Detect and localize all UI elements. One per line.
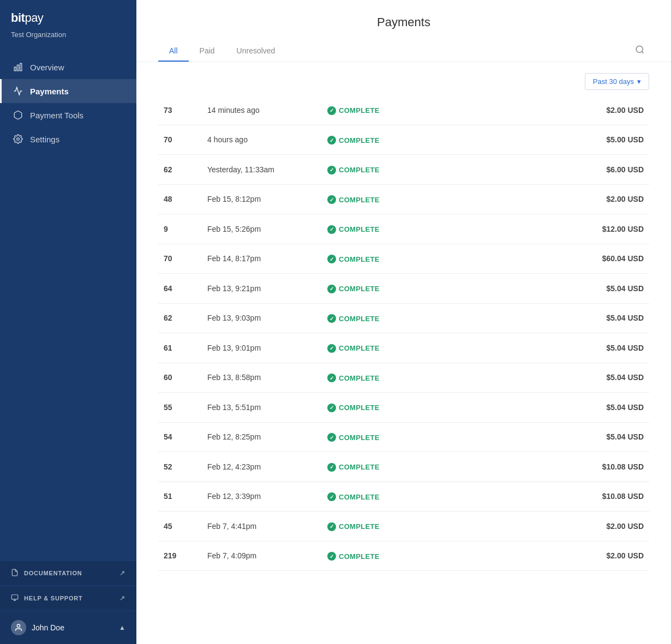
payment-time: 14 minutes ago [202, 95, 322, 125]
payment-time: 4 hours ago [202, 125, 322, 155]
table-row[interactable]: 45 Feb 7, 4:41pm ✓ COMPLETE $2.00 USD [158, 511, 649, 541]
svg-point-8 [636, 46, 643, 52]
payment-time: Feb 12, 4:23pm [202, 452, 322, 482]
status-label: COMPLETE [339, 136, 380, 145]
table-row[interactable]: 70 4 hours ago ✓ COMPLETE $5.00 USD [158, 125, 649, 155]
filter-bar: Past 30 days ▾ [158, 73, 649, 90]
complete-check-icon: ✓ [327, 552, 336, 561]
svg-rect-0 [14, 67, 16, 71]
sidebar: bitpay Test Organization Overview Paymen… [0, 0, 136, 644]
table-row[interactable]: 54 Feb 12, 8:25pm ✓ COMPLETE $5.04 USD [158, 422, 649, 452]
sidebar-bottom: DOCUMENTATION ↗ HELP & SUPPORT ↗ [0, 555, 136, 644]
help-support-link[interactable]: HELP & SUPPORT ↗ [0, 586, 136, 610]
doc-icon [11, 569, 19, 577]
user-info: John Doe [11, 620, 64, 635]
table-row[interactable]: 9 Feb 15, 5:26pm ✓ COMPLETE $12.00 USD [158, 214, 649, 244]
table-row[interactable]: 62 Feb 13, 9:03pm ✓ COMPLETE $5.04 USD [158, 303, 649, 333]
payment-amount: $2.00 USD [431, 95, 649, 125]
payment-status: ✓ COMPLETE [322, 482, 431, 511]
payment-amount: $10.08 USD [431, 452, 649, 482]
logo-bit: bit [11, 11, 25, 25]
payment-time: Feb 15, 8:12pm [202, 184, 322, 214]
external-link-icon-2: ↗ [119, 594, 125, 602]
payment-amount: $2.00 USD [431, 184, 649, 214]
tabs-bar: All Paid Unresolved [158, 40, 649, 62]
payment-amount: $5.04 USD [431, 393, 649, 423]
payment-status: ✓ COMPLETE [322, 363, 431, 393]
status-label: COMPLETE [339, 196, 380, 204]
documentation-link[interactable]: DOCUMENTATION ↗ [0, 561, 136, 585]
tab-unresolved[interactable]: Unresolved [226, 41, 286, 62]
table-row[interactable]: 55 Feb 13, 5:51pm ✓ COMPLETE $5.04 USD [158, 393, 649, 423]
logo-pay: pay [25, 11, 43, 25]
svg-line-9 [642, 51, 643, 53]
table-row[interactable]: 52 Feb 12, 4:23pm ✓ COMPLETE $10.08 USD [158, 452, 649, 482]
status-label: COMPLETE [339, 106, 380, 115]
sidebar-item-payments[interactable]: Payments [0, 79, 136, 103]
payment-status: ✓ COMPLETE [322, 214, 431, 244]
payment-amount: $12.00 USD [431, 214, 649, 244]
payment-status: ✓ COMPLETE [322, 244, 431, 274]
sidebar-item-payment-tools[interactable]: Payment Tools [0, 103, 136, 127]
table-row[interactable]: 64 Feb 13, 9:21pm ✓ COMPLETE $5.04 USD [158, 274, 649, 304]
payment-tools-label: Payment Tools [30, 111, 83, 120]
payment-time: Feb 12, 3:39pm [202, 482, 322, 511]
payment-id: 54 [158, 422, 202, 452]
payment-id: 64 [158, 274, 202, 304]
search-button[interactable] [631, 40, 649, 62]
payment-time: Feb 13, 5:51pm [202, 393, 322, 423]
table-row[interactable]: 73 14 minutes ago ✓ COMPLETE $2.00 USD [158, 95, 649, 125]
table-row[interactable]: 62 Yesterday, 11:33am ✓ COMPLETE $6.00 U… [158, 155, 649, 185]
tab-all[interactable]: All [158, 41, 189, 62]
payment-id: 52 [158, 452, 202, 482]
user-menu[interactable]: John Doe ▲ [0, 611, 136, 644]
svg-rect-4 [11, 595, 18, 599]
payment-status: ✓ COMPLETE [322, 333, 431, 363]
svg-point-3 [17, 138, 20, 141]
payment-time: Feb 14, 8:17pm [202, 244, 322, 274]
app-logo: bitpay [11, 11, 125, 25]
payment-time: Feb 7, 4:09pm [202, 541, 322, 571]
status-label: COMPLETE [339, 404, 380, 412]
payment-status: ✓ COMPLETE [322, 393, 431, 423]
status-label: COMPLETE [339, 225, 380, 233]
table-row[interactable]: 51 Feb 12, 3:39pm ✓ COMPLETE $10.08 USD [158, 482, 649, 511]
payment-time: Feb 13, 9:01pm [202, 333, 322, 363]
complete-check-icon: ✓ [327, 255, 336, 263]
complete-check-icon: ✓ [327, 433, 336, 442]
date-filter-button[interactable]: Past 30 days ▾ [585, 73, 649, 90]
sidebar-item-settings[interactable]: Settings [0, 127, 136, 151]
user-name: John Doe [32, 623, 64, 632]
payment-id: 45 [158, 511, 202, 541]
tab-paid[interactable]: Paid [189, 41, 226, 62]
payment-status: ✓ COMPLETE [322, 95, 431, 125]
payment-time: Feb 7, 4:41pm [202, 511, 322, 541]
payment-id: 62 [158, 155, 202, 185]
status-label: COMPLETE [339, 285, 380, 293]
table-row[interactable]: 60 Feb 13, 8:58pm ✓ COMPLETE $5.04 USD [158, 363, 649, 393]
status-label: COMPLETE [339, 463, 380, 471]
payment-amount: $5.04 USD [431, 333, 649, 363]
table-row[interactable]: 48 Feb 15, 8:12pm ✓ COMPLETE $2.00 USD [158, 184, 649, 214]
settings-label: Settings [30, 135, 59, 144]
main-content: Payments All Paid Unresolved Past 30 day… [136, 0, 671, 644]
logo-area: bitpay [0, 0, 136, 29]
payment-status: ✓ COMPLETE [322, 452, 431, 482]
complete-check-icon: ✓ [327, 166, 336, 174]
sidebar-item-overview[interactable]: Overview [0, 55, 136, 79]
table-row[interactable]: 70 Feb 14, 8:17pm ✓ COMPLETE $60.04 USD [158, 244, 649, 274]
complete-check-icon: ✓ [327, 106, 336, 115]
table-row[interactable]: 219 Feb 7, 4:09pm ✓ COMPLETE $2.00 USD [158, 541, 649, 571]
payments-label: Payments [30, 87, 69, 96]
payment-id: 62 [158, 303, 202, 333]
documentation-label: DOCUMENTATION [24, 570, 82, 576]
payment-amount: $2.00 USD [431, 541, 649, 571]
complete-check-icon: ✓ [327, 463, 336, 472]
table-row[interactable]: 61 Feb 13, 9:01pm ✓ COMPLETE $5.04 USD [158, 333, 649, 363]
status-label: COMPLETE [339, 315, 380, 323]
payment-status: ✓ COMPLETE [322, 541, 431, 571]
payment-id: 73 [158, 95, 202, 125]
status-label: COMPLETE [339, 374, 380, 382]
status-label: COMPLETE [339, 522, 380, 531]
sidebar-nav: Overview Payments Payment Tools [0, 50, 136, 555]
